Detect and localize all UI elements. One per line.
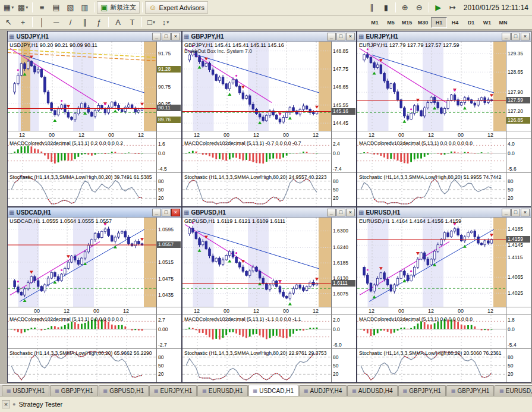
price-chart-pane[interactable]: GBPJPY,H1 145.41 145.41 145.11 145.16 Br… bbox=[182, 42, 356, 131]
window-minimize-button[interactable]: _ bbox=[327, 33, 336, 40]
macd-pane[interactable]: MACDColoredv102decimal (5,13,1) 0.2 0.0 … bbox=[8, 139, 181, 172]
bar-chart-button[interactable]: ∥ bbox=[365, 1, 379, 14]
macd-axis: 2.40.0-7.4 bbox=[331, 139, 356, 172]
timeframe-button-m5[interactable]: M5 bbox=[383, 17, 399, 28]
chart-tab[interactable]: ▦GBPUSD,H1 bbox=[99, 385, 149, 396]
auto-scroll-button[interactable]: ▶ bbox=[432, 1, 445, 14]
chart-titlebar[interactable]: ▦ GBPUSD,H1 _ □ × bbox=[182, 207, 356, 218]
stochastic-pane[interactable]: Stochastic (H1,14,3,3,SMMA,Low/High,80,2… bbox=[357, 172, 531, 206]
price-chart-pane[interactable]: GBPUSD,H1 1.6119 1.6121 1.6109 1.6111 1.… bbox=[182, 218, 356, 307]
window-close-button[interactable]: × bbox=[171, 33, 180, 40]
chart-titlebar[interactable]: ▦ GBPJPY,H1 _ □ × bbox=[182, 32, 356, 42]
window-close-button[interactable]: × bbox=[346, 33, 355, 40]
text-label-button[interactable]: T bbox=[125, 16, 139, 29]
chart-window[interactable]: ▦ EURJPY,H1 _ □ × EURJPY,H1 127.79 127.7… bbox=[357, 31, 531, 207]
stochastic-tick: 50 bbox=[158, 187, 163, 193]
timeframe-button-m15[interactable]: M15 bbox=[399, 17, 415, 28]
chart-tab[interactable]: ▦GBPJPY,H1 bbox=[446, 385, 494, 396]
window-restore-button[interactable]: □ bbox=[336, 209, 345, 216]
arrows-button[interactable]: ↕▾ bbox=[159, 16, 172, 29]
chart-tab[interactable]: ▦AUDUSD,H4 bbox=[347, 385, 397, 396]
window-minimize-button[interactable]: _ bbox=[152, 33, 161, 40]
window-close-button[interactable]: × bbox=[171, 209, 180, 216]
chart-tab[interactable]: ▦AUDJPY,H4 bbox=[299, 385, 347, 396]
stochastic-pane[interactable]: Stochastic (H1,14,3,3,SMMA,Low/High,80,2… bbox=[182, 348, 356, 382]
window-restore-button[interactable]: □ bbox=[162, 33, 171, 40]
fibonacci-button[interactable]: ƒ bbox=[92, 16, 106, 29]
chart-titlebar[interactable]: ▦ EURJPY,H1 _ □ × bbox=[357, 32, 531, 42]
window-minimize-button[interactable]: _ bbox=[152, 209, 161, 216]
expert-advisors-button[interactable]: ☺Expert Advisors bbox=[145, 1, 208, 14]
cursor-tool-button[interactable]: ↖ bbox=[2, 16, 15, 29]
window-close-button[interactable]: × bbox=[346, 209, 355, 216]
time-tick: 00 bbox=[283, 308, 289, 314]
chart-window[interactable]: ▦ EURUSD,H1 _ □ × EURUSD,H1 1.4164 1.416… bbox=[357, 207, 531, 383]
terminal-button[interactable]: ▥ bbox=[78, 1, 92, 14]
shapes-button[interactable]: □▾ bbox=[144, 16, 158, 29]
macd-pane[interactable]: MACDColoredv102decimal (5,13,1) 0.0 0.0 … bbox=[8, 314, 181, 348]
chart-titlebar[interactable]: ▦ USDCAD,H1 _ □ × bbox=[8, 207, 181, 218]
chart-window[interactable]: ▦ GBPJPY,H1 _ □ × GBPJPY,H1 145.41 145.4… bbox=[182, 31, 357, 207]
window-restore-button[interactable]: □ bbox=[162, 209, 171, 216]
chart-tab[interactable]: ▦GBPJPY,H1 bbox=[50, 385, 97, 396]
timeframe-button-m1[interactable]: M1 bbox=[367, 17, 383, 28]
channel-button[interactable]: ∥ bbox=[78, 16, 92, 29]
window-restore-button[interactable]: □ bbox=[511, 209, 520, 216]
macd-pane[interactable]: MACDColoredv102decimal (5,13,1) 0.0 0.0 … bbox=[357, 314, 531, 348]
chart-window[interactable]: ▦ USDCAD,H1 _ □ × USDCAD,H1 1.0555 1.056… bbox=[7, 207, 182, 383]
chart-window[interactable]: ▦ GBPUSD,H1 _ □ × GBPUSD,H1 1.6119 1.612… bbox=[182, 207, 357, 383]
stochastic-pane[interactable]: Stochastic (H1,14,3,3,SMMA,Low/High,80,2… bbox=[8, 348, 181, 382]
price-chart-pane[interactable]: USDCAD,H1 1.0555 1.0564 1.0555 1.0557 1.… bbox=[8, 218, 181, 307]
profiles-button[interactable]: ▩▾ bbox=[16, 1, 30, 14]
chart-titlebar[interactable]: ▦ USDJPY,H1 _ □ × bbox=[8, 32, 181, 42]
time-tick: 00 bbox=[108, 132, 114, 138]
new-chart-button[interactable]: ▦▾ bbox=[2, 1, 15, 14]
price-chart-pane[interactable]: USDJPY,H1 90.20 90.21 90.09 90.11 91.759… bbox=[8, 42, 181, 131]
window-minimize-button[interactable]: _ bbox=[502, 33, 511, 40]
market-watch-button[interactable]: ≡ bbox=[35, 1, 49, 14]
timeframe-button-d1[interactable]: D1 bbox=[463, 17, 479, 28]
crosshair-tool-button[interactable]: + bbox=[16, 16, 30, 29]
chart-window[interactable]: ▦ USDJPY,H1 _ □ × USDJPY,H1 90.20 90.21 … bbox=[7, 31, 182, 207]
zoom-out-button[interactable]: ⊖ bbox=[413, 1, 426, 14]
price-chart-pane[interactable]: EURUSD,H1 1.4164 1.4164 1.4156 1.4159 1.… bbox=[357, 218, 531, 307]
chart-tab[interactable]: ▦EURUSD,Daily bbox=[495, 385, 532, 396]
navigator-button[interactable]: ▧ bbox=[64, 1, 77, 14]
text-tool-button[interactable]: A bbox=[111, 16, 125, 29]
macd-pane[interactable]: MACDColoredv102decimal (5,13,1) 0.0 0.0 … bbox=[357, 139, 531, 172]
stochastic-pane[interactable]: Stochastic (H1,14,3,3,SMMA,Low/High,80,2… bbox=[357, 348, 531, 382]
price-chart-pane[interactable]: EURJPY,H1 127.79 127.79 127.57 127.59 12… bbox=[357, 42, 531, 131]
window-minimize-button[interactable]: _ bbox=[327, 209, 336, 216]
macd-pane[interactable]: MACDColoredv102decimal (5,13,1) -1.1 0.0… bbox=[182, 314, 356, 348]
chart-tab[interactable]: ▦USDJPY,H1 bbox=[2, 385, 49, 396]
timeframe-button-w1[interactable]: W1 bbox=[479, 17, 495, 28]
stochastic-pane[interactable]: Stochastic (H1,14,3,3,SMMA,Low/High,80,2… bbox=[182, 172, 356, 206]
timeframe-button-m30[interactable]: M30 bbox=[415, 17, 431, 28]
stochastic-tick: 80 bbox=[508, 354, 513, 360]
timeframe-button-h1[interactable]: H1 bbox=[431, 17, 447, 28]
time-tick: 12 bbox=[194, 308, 200, 314]
window-restore-button[interactable]: □ bbox=[336, 33, 345, 40]
candlestick-button[interactable]: ▮ bbox=[379, 1, 393, 14]
timeframe-button-mn[interactable]: MN bbox=[495, 17, 511, 28]
close-panel-icon[interactable]: × bbox=[2, 400, 10, 408]
horizontal-line-button[interactable]: ─ bbox=[49, 16, 63, 29]
chart-tab[interactable]: ▦USDCAD,H1 bbox=[248, 385, 298, 396]
chart-tab[interactable]: ▦GBPJPY,H1 bbox=[398, 385, 446, 396]
chart-shift-button[interactable]: ↦ bbox=[446, 1, 459, 14]
chart-tab[interactable]: ▦EURUSD,H1 bbox=[197, 385, 247, 396]
window-minimize-button[interactable]: _ bbox=[502, 209, 511, 216]
chart-titlebar[interactable]: ▦ EURUSD,H1 _ □ × bbox=[357, 207, 531, 218]
macd-pane[interactable]: MACDColoredv102decimal (5,13,1) -0.7 0.0… bbox=[182, 139, 356, 172]
stochastic-pane[interactable]: Stochastic (H1,14,3,3,SMMA,Low/High,80,2… bbox=[8, 172, 181, 206]
chart-tab[interactable]: ▦EURJPY,H1 bbox=[149, 385, 197, 396]
data-window-button[interactable]: ▤ bbox=[49, 1, 63, 14]
window-close-button[interactable]: × bbox=[521, 33, 530, 40]
timeframe-button-h4[interactable]: H4 bbox=[447, 17, 463, 28]
window-close-button[interactable]: × bbox=[521, 209, 530, 216]
window-restore-button[interactable]: □ bbox=[511, 33, 520, 40]
trendline-button[interactable]: / bbox=[64, 16, 77, 29]
vertical-line-button[interactable]: │ bbox=[35, 16, 49, 29]
zoom-in-button[interactable]: ⊕ bbox=[398, 1, 412, 14]
new-order-button[interactable]: ▣新規注文 bbox=[97, 1, 140, 14]
